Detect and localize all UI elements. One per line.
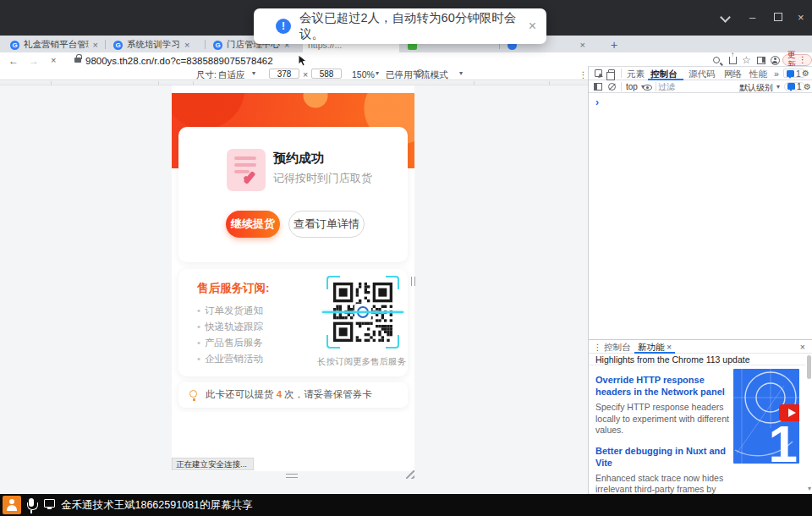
- whatsnew-video-thumbnail[interactable]: 1: [733, 369, 799, 464]
- device-toolbar-more-icon[interactable]: ⋮: [579, 69, 588, 80]
- profile-avatar[interactable]: [771, 56, 780, 65]
- viewport-resize-handle-bottom[interactable]: [286, 474, 298, 478]
- success-card: 预约成功 记得按时到门店取货 继续提货 查看订单详情: [178, 127, 408, 262]
- drawer-close-icon[interactable]: ×: [800, 342, 805, 352]
- device-toolbar: 尺寸: 自适应 ▾ × 150% ▾ 已停用节流模式 ▾ ⋮: [0, 68, 588, 80]
- zoom-level-select[interactable]: 150%: [352, 69, 375, 80]
- chevron-down-icon: ▾: [376, 69, 379, 77]
- scroll-down-icon[interactable]: ▾: [808, 485, 811, 492]
- window-close-icon[interactable]: ×: [798, 12, 804, 23]
- viewport-width-input[interactable]: [269, 69, 299, 79]
- forward-icon[interactable]: →: [29, 55, 39, 67]
- drawer-menu-icon[interactable]: ⋮: [593, 342, 602, 352]
- thumbnail-digit: 1: [769, 414, 798, 464]
- secure-lock-icon[interactable]: [74, 58, 81, 63]
- live-expression-icon[interactable]: [643, 85, 652, 91]
- subscribe-list: •订单发货通知 •快递轨迹跟踪 •产品售后服务 •企业营销活动: [197, 303, 263, 367]
- drawer-tab-close-icon[interactable]: ×: [667, 342, 672, 352]
- viewport-resize-handle-right[interactable]: [411, 277, 415, 286]
- site-favicon: G: [113, 41, 123, 50]
- console-prompt[interactable]: ›: [595, 96, 599, 108]
- info-icon: !: [276, 19, 291, 34]
- bookmark-star-icon[interactable]: ☆: [742, 54, 751, 66]
- drawer-tab-console[interactable]: 控制台: [604, 342, 631, 354]
- zoom-icon[interactable]: [713, 57, 720, 63]
- dimensions-mode-select[interactable]: 自适应: [218, 69, 245, 81]
- context-select[interactable]: top: [626, 82, 638, 91]
- new-tab-button[interactable]: +: [611, 38, 617, 52]
- continue-pickup-button[interactable]: 继续提货: [226, 211, 280, 238]
- tip-text: 此卡还可以提货 4 次，请妥善保管券卡: [206, 388, 372, 401]
- issues-chip[interactable]: 1: [784, 82, 805, 91]
- viewport-resize-handle-corner[interactable]: [406, 470, 414, 479]
- chrome-update-button[interactable]: 更新 ⋮: [782, 54, 812, 66]
- device-toggle-icon[interactable]: [608, 69, 615, 78]
- drawer-scrollbar-thumb[interactable]: [807, 355, 811, 379]
- console-sidebar-icon[interactable]: [594, 83, 602, 91]
- issues-icon: [787, 70, 794, 77]
- drawer-tabbar: ⋮ 控制台 新功能 × ×: [589, 340, 812, 354]
- dimensions-label: 尺寸:: [196, 69, 217, 81]
- whatsnew-desc-2: Enhanced stack trace now hides irrelevan…: [595, 473, 736, 497]
- microphone-icon[interactable]: [29, 498, 34, 507]
- toast-message: 会议已超过2人，自动转为60分钟限时会议。: [299, 10, 529, 42]
- tab-title: 系统培训学习: [127, 39, 180, 51]
- inspect-element-icon[interactable]: [595, 69, 602, 77]
- more-tabs-icon[interactable]: »: [774, 69, 779, 79]
- qr-scanline: [322, 311, 403, 313]
- whatsnew-link-2[interactable]: Better debugging in Nuxt and Vite: [595, 445, 736, 469]
- tab-sources[interactable]: 源代码: [689, 69, 716, 80]
- console-settings-icon[interactable]: ⚙: [804, 82, 811, 91]
- viewport-height-input[interactable]: [311, 69, 342, 79]
- side-panel-icon[interactable]: [757, 57, 765, 64]
- share-icon[interactable]: [729, 57, 737, 64]
- devtools-tabbar: 元素 控制台 源代码 网络 性能 » 1 ⚙: [589, 67, 812, 80]
- site-favicon: G: [213, 41, 222, 50]
- tab-training[interactable]: G 系统培训学习 ×: [108, 37, 203, 52]
- tab-network[interactable]: 网络: [724, 69, 742, 80]
- tab-close-icon[interactable]: ×: [93, 40, 98, 50]
- tab-performance[interactable]: 性能: [749, 69, 767, 80]
- url-text[interactable]: 9800ys.th28.cn/r.do?c=8385889075578462: [85, 56, 273, 66]
- window-maximize-icon[interactable]: [774, 13, 782, 21]
- times-label: ×: [303, 69, 308, 80]
- qr-code[interactable]: [326, 276, 399, 349]
- share-status-text: 金禾通技术王斌18662591081的屏幕共享: [61, 498, 252, 513]
- tab-elements[interactable]: 元素: [627, 69, 645, 80]
- tab-close-icon[interactable]: ×: [580, 40, 585, 50]
- order-document-icon: [227, 149, 266, 191]
- meeting-toast: ! 会议已超过2人，自动转为60分钟限时会议。 ×: [254, 8, 546, 44]
- rotate-device-icon[interactable]: [416, 69, 424, 77]
- emulated-viewport: 预约成功 记得按时到门店取货 继续提货 查看订单详情 售后服务订阅: •订单发货…: [172, 85, 414, 471]
- chevron-down-icon: ▾: [776, 83, 780, 91]
- console-filter-input[interactable]: [658, 82, 736, 92]
- back-icon[interactable]: ←: [8, 55, 19, 67]
- pickup-tip-bar: 此卡还可以提货 4 次，请妥善保管券卡: [178, 382, 408, 408]
- view-order-button[interactable]: 查看订单详情: [288, 211, 365, 238]
- toast-close-icon[interactable]: ×: [529, 19, 536, 34]
- whatsnew-link-1[interactable]: Override HTTP response headers in the Ne…: [595, 374, 736, 398]
- gear-icon[interactable]: ⚙: [802, 69, 809, 78]
- console-toolbar: top ▾ 默认级别 ▾ 1 ⚙: [589, 80, 812, 93]
- lightbulb-icon: [189, 390, 197, 398]
- subscribe-card: 售后服务订阅: •订单发货通知 •快递轨迹跟踪 •产品售后服务 •企业营销活动 …: [178, 269, 408, 376]
- list-item: •快递轨迹跟踪: [197, 319, 263, 335]
- whatsnew-content: Override HTTP response headers in the Ne…: [589, 365, 805, 496]
- window-minimize-icon[interactable]: –: [749, 12, 755, 23]
- whatsnew-header: Highlights from the Chrome 113 update: [589, 354, 805, 365]
- screen-icon[interactable]: [44, 499, 55, 508]
- list-item: •产品售后服务: [197, 335, 263, 351]
- success-subtitle: 记得按时到门店取货: [273, 171, 372, 186]
- menu-dots-icon: ⋮: [798, 55, 807, 65]
- window-restore-chevron-icon[interactable]: [720, 12, 731, 23]
- success-title: 预约成功: [273, 151, 324, 167]
- stop-loading-icon[interactable]: ×: [51, 55, 56, 65]
- tab-divider: [105, 40, 106, 49]
- presenter-avatar-icon[interactable]: [3, 496, 21, 514]
- log-levels-select[interactable]: 默认级别: [739, 82, 773, 94]
- tab-gift-platform[interactable]: G 礼盒营销平台管理中心 ×: [5, 37, 103, 52]
- tab-close-icon[interactable]: ×: [184, 40, 189, 50]
- tab-divider: [205, 40, 206, 49]
- list-item: •企业营销活动: [197, 351, 263, 367]
- clear-console-icon[interactable]: [608, 83, 616, 91]
